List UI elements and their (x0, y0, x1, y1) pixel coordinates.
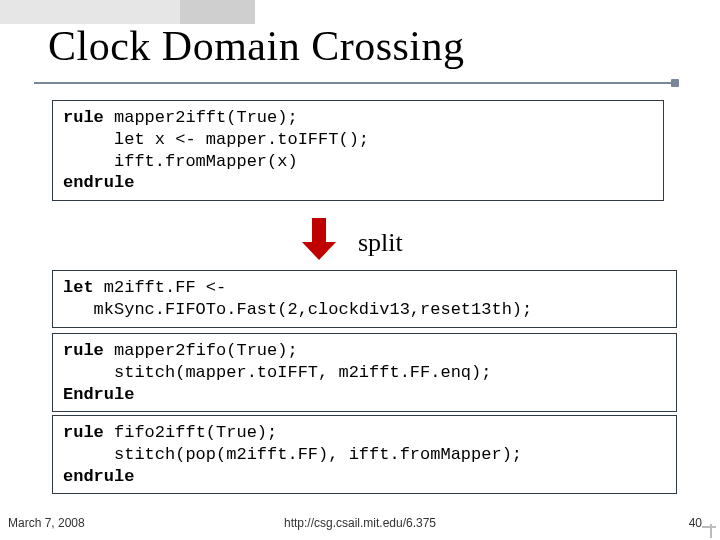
code-box-let-fifo: let m2ifft.FF <- mkSync.FIFOTo.Fast(2,cl… (52, 270, 677, 328)
code-line: let x <- mapper.toIFFT(); (63, 130, 369, 149)
code-line: m2ifft.FF <- (94, 278, 227, 297)
deco-bar-dark (180, 0, 255, 24)
footer-url: http://csg.csail.mit.edu/6.375 (0, 516, 720, 530)
keyword-endrule: endrule (63, 467, 134, 486)
code-line: ifft.fromMapper(x) (63, 152, 298, 171)
title-underline (34, 82, 674, 84)
code-line: mkSync.FIFOTo.Fast(2,clockdiv13,reset13t… (63, 300, 532, 319)
deco-bar-light (0, 0, 180, 24)
code-line: stitch(pop(m2ifft.FF), ifft.fromMapper); (63, 445, 522, 464)
split-label: split (358, 228, 403, 258)
code-line: fifo2ifft(True); (104, 423, 277, 442)
down-arrow (294, 216, 338, 260)
keyword-rule: rule (63, 108, 104, 127)
code-line: stitch(mapper.toIFFT, m2ifft.FF.enq); (63, 363, 491, 382)
arrow-head (302, 242, 336, 260)
keyword-rule: rule (63, 341, 104, 360)
slide-title: Clock Domain Crossing (48, 22, 690, 70)
slide: Clock Domain Crossing rule mapper2ifft(T… (0, 0, 720, 540)
arrow-stem (312, 218, 326, 243)
code-line: mapper2fifo(True); (104, 341, 298, 360)
keyword-endrule: Endrule (63, 385, 134, 404)
keyword-endrule: endrule (63, 173, 134, 192)
title-underline-dot (671, 79, 679, 87)
code-line: mapper2ifft(True); (104, 108, 298, 127)
footer: March 7, 2008 http://csg.csail.mit.edu/6… (0, 516, 720, 530)
code-box-fifo2ifft: rule fifo2ifft(True); stitch(pop(m2ifft.… (52, 415, 677, 494)
code-box-original-rule: rule mapper2ifft(True); let x <- mapper.… (52, 100, 664, 201)
top-decoration (0, 0, 280, 24)
keyword-rule: rule (63, 423, 104, 442)
title-container: Clock Domain Crossing (48, 22, 690, 70)
corner-decoration-icon (698, 520, 716, 538)
keyword-let: let (63, 278, 94, 297)
code-box-mapper2fifo: rule mapper2fifo(True); stitch(mapper.to… (52, 333, 677, 412)
